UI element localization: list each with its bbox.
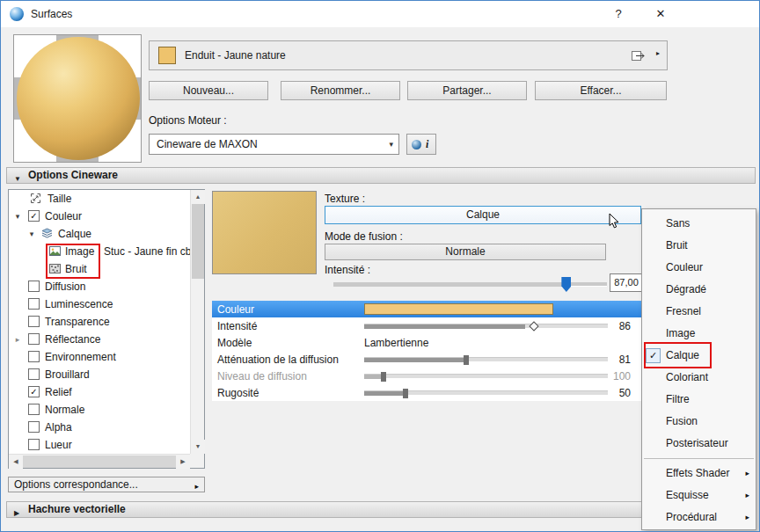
engine-value: Cineware de MAXON	[157, 138, 258, 150]
param-row-rugosite[interactable]: Rugosité 50	[212, 384, 641, 401]
tree-item-taille[interactable]: Taille	[9, 190, 190, 208]
tree-vertical-scrollbar[interactable]: ▲ ▼	[190, 190, 204, 454]
tree-item-couleur[interactable]: ▾ ✓ Couleur	[9, 208, 190, 225]
title-bar[interactable]: Surfaces ? ✕	[1, 1, 759, 27]
color-value-swatch[interactable]	[364, 303, 553, 315]
param-slider-handle[interactable]	[403, 389, 408, 398]
menu-item-couleur[interactable]: Couleur	[642, 257, 756, 279]
diffusion-checkbox[interactable]	[28, 281, 40, 292]
normale-checkbox[interactable]	[28, 404, 40, 415]
intensity-slider[interactable]	[333, 282, 607, 287]
tree-item-calque[interactable]: ▾ Calque	[9, 225, 190, 243]
tree-item-diffusion[interactable]: Diffusion	[9, 278, 190, 295]
material-selector[interactable]: Enduit - Jaune nature ▸	[149, 40, 668, 70]
tree-item-lueur[interactable]: Lueur	[9, 436, 190, 454]
luminescence-checkbox[interactable]	[28, 298, 40, 310]
material-preview	[13, 34, 142, 163]
material-menu-arrow-icon[interactable]: ▸	[656, 49, 660, 57]
engine-info-button[interactable]: i	[406, 134, 436, 155]
tree-expander-open-icon[interactable]: ▾	[26, 229, 37, 239]
tree-item-transparence[interactable]: Transparence	[9, 313, 190, 331]
texture-thumbnail[interactable]	[212, 191, 317, 274]
correspondence-options-button[interactable]: Options correspondance... ▸	[8, 477, 205, 492]
chevron-down-icon: ▾	[389, 140, 393, 149]
intensity-value-field[interactable]: 87,00	[610, 273, 643, 292]
tree-item-alpha[interactable]: Alpha	[9, 419, 190, 436]
triangle-open-icon: ▼	[14, 171, 21, 186]
tree-horizontal-scrollbar[interactable]: ◀ ▶	[9, 454, 190, 468]
vertical-scroll-thumb[interactable]	[192, 204, 204, 279]
keyframe-diamond-icon[interactable]	[529, 321, 538, 331]
menu-item-esquisse[interactable]: Esquisse ▸	[642, 485, 756, 506]
alpha-checkbox[interactable]	[28, 421, 40, 433]
new-button[interactable]: Nouveau...	[149, 81, 268, 100]
intensity-slider-handle[interactable]	[561, 277, 571, 292]
param-slider[interactable]	[364, 357, 608, 361]
menu-item-sans[interactable]: Sans	[642, 213, 756, 235]
scroll-left-icon[interactable]: ◀	[9, 455, 23, 469]
menu-item-procedural[interactable]: Procédural ▸	[642, 506, 756, 528]
tree-expander-closed-icon[interactable]: ▸	[12, 334, 23, 345]
engine-dropdown[interactable]: Cineware de MAXON ▾	[149, 134, 399, 155]
menu-item-label: Procédural	[666, 511, 717, 523]
menu-item-label: Effets Shader	[666, 467, 730, 479]
scroll-up-icon[interactable]: ▲	[191, 190, 205, 204]
menu-item-filtre[interactable]: Filtre	[642, 389, 756, 411]
param-row-modele[interactable]: Modèle Lambertienne	[212, 334, 641, 351]
scroll-right-icon[interactable]: ▶	[176, 455, 190, 469]
menu-item-fresnel[interactable]: Fresnel	[642, 301, 756, 323]
horizontal-scroll-thumb[interactable]	[23, 455, 176, 468]
menu-item-degrade[interactable]: Dégradé	[642, 279, 756, 301]
tree-item-environnement[interactable]: Environnement	[9, 348, 190, 366]
param-row-intensite[interactable]: Intensité 86	[212, 317, 641, 334]
tree-expander-open-icon[interactable]: ▾	[12, 211, 23, 222]
environnement-checkbox[interactable]	[28, 351, 40, 362]
close-button[interactable]: ✕	[650, 5, 671, 23]
brouillard-checkbox[interactable]	[28, 368, 40, 380]
submenu-arrow-icon: ▸	[745, 506, 749, 528]
engine-sphere-icon	[412, 140, 421, 149]
param-slider[interactable]	[364, 390, 608, 395]
param-row-attenuation[interactable]: Atténuation de la diffusion 81	[212, 351, 641, 368]
couleur-checkbox[interactable]: ✓	[28, 210, 40, 222]
param-slider-fill	[364, 391, 406, 396]
relief-checkbox[interactable]: ✓	[28, 386, 40, 397]
param-slider[interactable]	[364, 324, 608, 328]
help-button[interactable]: ?	[608, 5, 629, 23]
param-text-value[interactable]: Lambertienne	[364, 337, 428, 349]
param-slider-handle[interactable]	[464, 355, 469, 365]
menu-item-coloriant[interactable]: Coloriant	[642, 367, 756, 389]
lueur-checkbox[interactable]	[28, 439, 40, 450]
reflectance-checkbox[interactable]	[28, 333, 40, 345]
annotation-red-box-menu	[644, 342, 712, 368]
menu-item-label: Esquisse	[666, 489, 709, 501]
tree-item-luminescence[interactable]: Luminescence	[9, 295, 190, 313]
tree-item-label: Alpha	[45, 421, 72, 434]
param-label: Couleur	[217, 303, 254, 316]
section-title: Hachure vectorielle	[28, 503, 126, 515]
menu-item-bruit[interactable]: Bruit	[642, 235, 756, 257]
tree-item-brouillard[interactable]: Brouillard	[9, 366, 190, 383]
menu-item-posterisateur[interactable]: Posterisateur	[642, 433, 756, 455]
fusion-mode-button[interactable]: Normale	[325, 244, 606, 260]
param-row-couleur[interactable]: Couleur	[212, 301, 641, 317]
intensity-label: Intensité :	[325, 264, 370, 276]
scroll-down-icon[interactable]: ▼	[191, 440, 205, 454]
menu-item-effets-shader[interactable]: Effets Shader ▸	[642, 463, 756, 485]
tree-item-label: Réflectance	[45, 333, 100, 346]
tree-item-relief[interactable]: ✓ Relief	[9, 383, 190, 401]
engine-label: Options Moteur :	[149, 114, 227, 127]
triangle-closed-icon: ▶	[14, 506, 19, 521]
tree-item-normale[interactable]: Normale	[9, 401, 190, 419]
section-options-cineware[interactable]: ▼ Options Cineware	[6, 167, 756, 184]
menu-item-fusion[interactable]: Fusion	[642, 411, 756, 433]
tree-item-label: Couleur	[45, 210, 82, 222]
delete-button[interactable]: Effacer...	[535, 81, 667, 100]
assign-surface-icon[interactable]	[632, 49, 646, 64]
transparence-checkbox[interactable]	[28, 316, 40, 327]
texture-type-button[interactable]: Calque	[325, 206, 641, 224]
tree-item-label: Taille	[48, 193, 71, 205]
share-button[interactable]: Partager...	[407, 81, 527, 100]
rename-button[interactable]: Renommer...	[281, 81, 400, 100]
tree-item-reflectance[interactable]: ▸ Réflectance	[9, 331, 190, 348]
